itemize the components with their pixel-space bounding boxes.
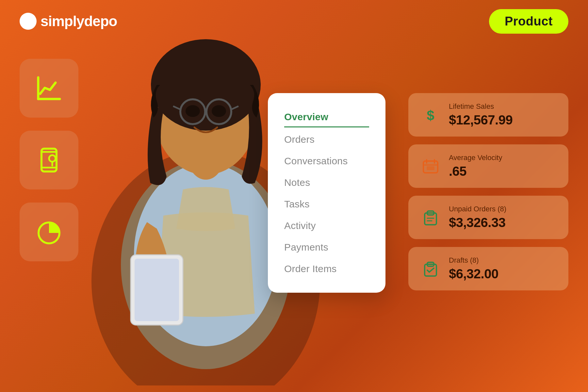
sidebar-icons xyxy=(20,59,78,261)
pie-chart-icon xyxy=(34,217,64,247)
svg-point-7 xyxy=(212,105,226,117)
stat-content-lifetime-sales: Lifetime Sales $12,567.99 xyxy=(449,102,557,127)
stat-label-unpaid-orders: Unpaid Orders (8) xyxy=(449,205,557,213)
dollar-icon: $ xyxy=(420,105,441,125)
logo-circle xyxy=(20,13,37,30)
svg-point-6 xyxy=(186,105,200,117)
menu-item-order-items[interactable]: Order Items xyxy=(284,258,369,280)
product-badge[interactable]: Product xyxy=(489,9,568,34)
header: simplydepo Product xyxy=(0,0,588,42)
menu-item-conversations[interactable]: Conversations xyxy=(284,150,369,172)
calendar-icon xyxy=(420,156,441,177)
svg-text:$: $ xyxy=(427,108,434,123)
svg-point-5 xyxy=(151,39,261,131)
stat-card-drafts: Drafts (8) $6,32.00 xyxy=(408,247,568,290)
menu-item-notes[interactable]: Notes xyxy=(284,172,369,193)
stat-card-lifetime-sales: $ Lifetime Sales $12,567.99 xyxy=(408,93,568,137)
chart-line-icon xyxy=(34,74,64,103)
logo: simplydepo xyxy=(20,13,117,30)
menu-item-tasks[interactable]: Tasks xyxy=(284,193,369,215)
logo-text: simplydepo xyxy=(41,13,117,29)
stat-label-lifetime-sales: Lifetime Sales xyxy=(449,102,557,111)
sidebar-icon-analytics[interactable] xyxy=(20,59,78,118)
stat-label-average-velocity: Average Velocity xyxy=(449,154,557,162)
clipboard-icon xyxy=(420,207,441,228)
stat-value-unpaid-orders: $3,326.33 xyxy=(449,215,557,230)
clipboard-check-icon xyxy=(420,258,441,279)
stat-card-unpaid-orders: Unpaid Orders (8) $3,326.33 xyxy=(408,196,568,239)
stats-column: $ Lifetime Sales $12,567.99 Average Velo… xyxy=(408,93,568,290)
stat-content-drafts: Drafts (8) $6,32.00 xyxy=(449,256,557,281)
menu-card: Overview Orders Conversations Notes Task… xyxy=(268,93,385,293)
stat-value-lifetime-sales: $12,567.99 xyxy=(449,113,557,127)
menu-item-activity[interactable]: Activity xyxy=(284,215,369,237)
sidebar-icon-reports[interactable] xyxy=(20,203,78,261)
stat-label-drafts: Drafts (8) xyxy=(449,256,557,265)
stat-value-drafts: $6,32.00 xyxy=(449,267,557,281)
svg-rect-28 xyxy=(427,166,434,170)
menu-item-orders[interactable]: Orders xyxy=(284,129,369,150)
menu-item-payments[interactable]: Payments xyxy=(284,237,369,258)
logo-text-bold: depo xyxy=(84,13,117,29)
stat-card-average-velocity: Average Velocity .65 xyxy=(408,144,568,188)
svg-point-20 xyxy=(49,155,56,162)
stat-content-unpaid-orders: Unpaid Orders (8) $3,326.33 xyxy=(449,205,557,230)
stat-value-average-velocity: .65 xyxy=(449,164,557,179)
sidebar-icon-location[interactable] xyxy=(20,131,78,189)
logo-text-plain: simply xyxy=(41,13,84,29)
menu-item-overview[interactable]: Overview xyxy=(284,106,369,127)
stat-content-average-velocity: Average Velocity .65 xyxy=(449,154,557,179)
phone-pin-icon xyxy=(34,145,64,175)
svg-rect-14 xyxy=(135,259,179,321)
